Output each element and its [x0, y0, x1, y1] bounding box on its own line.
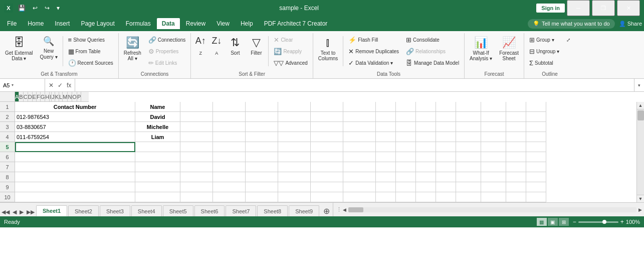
cell-l5[interactable] [436, 142, 456, 152]
col-header-m[interactable]: M [63, 92, 68, 102]
cell-d4[interactable] [213, 132, 246, 142]
cell-l10[interactable] [436, 192, 456, 202]
cell-n1[interactable] [481, 102, 506, 112]
consolidate-button[interactable]: ⊞ Consolidate [403, 34, 462, 45]
zoom-out-button[interactable]: − [573, 218, 576, 225]
cell-k4[interactable] [416, 132, 436, 142]
col-header-e[interactable]: E [33, 92, 37, 102]
cell-m2[interactable] [456, 112, 481, 122]
cell-p6[interactable] [526, 152, 546, 162]
col-header-o[interactable]: O [72, 92, 77, 102]
cell-e8[interactable] [246, 172, 278, 182]
formula-expand-button[interactable]: ▾ [634, 79, 644, 91]
cell-c9[interactable] [180, 182, 213, 192]
sheet-tab-sheet2[interactable]: Sheet2 [68, 205, 99, 216]
menu-data[interactable]: Data [157, 18, 180, 29]
cell-g7[interactable] [311, 162, 343, 172]
cell-j3[interactable] [396, 122, 416, 132]
cell-d9[interactable] [213, 182, 246, 192]
close-button[interactable]: ✕ [617, 0, 640, 16]
scroll-track[interactable] [637, 109, 644, 195]
row-header-7[interactable]: 7 [0, 162, 15, 172]
row-header-6[interactable]: 6 [0, 152, 15, 162]
cell-k10[interactable] [416, 192, 436, 202]
cell-m5[interactable] [456, 142, 481, 152]
cell-k7[interactable] [416, 162, 436, 172]
cell-i1[interactable] [376, 102, 396, 112]
col-header-p[interactable]: P [77, 92, 81, 102]
cell-f2[interactable] [278, 112, 311, 122]
cell-d10[interactable] [213, 192, 246, 202]
cell-g4[interactable] [311, 132, 343, 142]
vertical-scrollbar[interactable]: ▲ ▼ [636, 102, 644, 202]
scroll-thumb[interactable] [637, 110, 644, 120]
cell-f7[interactable] [278, 162, 311, 172]
cell-a2[interactable]: 012-9876543 [15, 112, 135, 122]
cell-f6[interactable] [278, 152, 311, 162]
cell-f5[interactable] [278, 142, 311, 152]
cell-g10[interactable] [311, 192, 343, 202]
refresh-all-button[interactable]: 🔄 RefreshAll ▾ [121, 34, 144, 63]
cell-h5[interactable] [343, 142, 376, 152]
cell-g9[interactable] [311, 182, 343, 192]
cell-m9[interactable] [456, 182, 481, 192]
cell-a8[interactable] [15, 172, 135, 182]
cell-b3[interactable]: Michelle [135, 122, 180, 132]
cell-l7[interactable] [436, 162, 456, 172]
group-button[interactable]: ⊞ Group ▾ [526, 34, 562, 45]
cell-j2[interactable] [396, 112, 416, 122]
cell-p2[interactable] [526, 112, 546, 122]
redo-button[interactable]: ↪ [43, 4, 52, 13]
zoom-in-button[interactable]: + [620, 218, 624, 225]
sheet-tab-next-button[interactable]: ▶ [18, 208, 25, 216]
cell-i9[interactable] [376, 182, 396, 192]
cell-i6[interactable] [376, 152, 396, 162]
cell-l3[interactable] [436, 122, 456, 132]
page-layout-view-button[interactable]: ▣ [548, 218, 558, 226]
cell-g5[interactable] [311, 142, 343, 152]
cell-k5[interactable] [416, 142, 436, 152]
tell-me-box[interactable]: 💡 Tell me what you want to do [528, 19, 615, 29]
cell-c4[interactable] [180, 132, 213, 142]
cell-g2[interactable] [311, 112, 343, 122]
cell-l1[interactable] [436, 102, 456, 112]
menu-page-layout[interactable]: Page Layout [76, 18, 119, 29]
cell-e3[interactable] [246, 122, 278, 132]
sheet-tab-last-button[interactable]: ▶▶ [25, 208, 36, 216]
cell-f10[interactable] [278, 192, 311, 202]
menu-formulas[interactable]: Formulas [121, 18, 156, 29]
cell-c5[interactable] [180, 142, 213, 152]
cell-i3[interactable] [376, 122, 396, 132]
cell-n8[interactable] [481, 172, 506, 182]
cell-n10[interactable] [481, 192, 506, 202]
new-query-button[interactable]: 🔍 NewQuery ▾ [37, 34, 61, 62]
cell-l6[interactable] [436, 152, 456, 162]
sheet-tab-sheet3[interactable]: Sheet3 [100, 205, 130, 216]
scroll-down-button[interactable]: ▼ [637, 195, 644, 202]
cell-k8[interactable] [416, 172, 436, 182]
cell-o2[interactable] [506, 112, 526, 122]
cell-p10[interactable] [526, 192, 546, 202]
sort-az-button[interactable]: A↑Z [193, 34, 208, 59]
cell-m4[interactable] [456, 132, 481, 142]
cell-p3[interactable] [526, 122, 546, 132]
cell-k2[interactable] [416, 112, 436, 122]
name-box-dropdown-arrow[interactable]: ▾ [12, 83, 14, 87]
cell-h9[interactable] [343, 182, 376, 192]
cell-h4[interactable] [343, 132, 376, 142]
cell-d5[interactable] [213, 142, 246, 152]
cell-b8[interactable] [135, 172, 180, 182]
cell-d6[interactable] [213, 152, 246, 162]
cell-m6[interactable] [456, 152, 481, 162]
cell-b6[interactable] [135, 152, 180, 162]
cell-c7[interactable] [180, 162, 213, 172]
col-header-l[interactable]: L [59, 92, 63, 102]
cell-j8[interactable] [396, 172, 416, 182]
menu-help[interactable]: Help [236, 18, 258, 29]
cell-p4[interactable] [526, 132, 546, 142]
menu-file[interactable]: File [2, 18, 22, 29]
formula-input[interactable] [75, 79, 634, 91]
cell-a10[interactable] [15, 192, 135, 202]
sheet-tab-first-button[interactable]: ◀◀ [0, 208, 11, 216]
cell-n3[interactable] [481, 122, 506, 132]
